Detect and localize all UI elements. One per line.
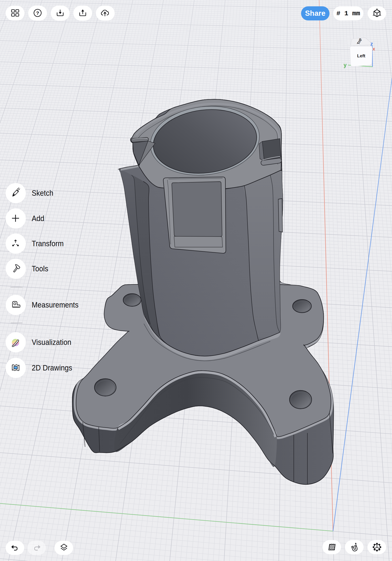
svg-text:z: z — [370, 41, 373, 47]
svg-text:x: x — [372, 46, 375, 52]
svg-text:?: ? — [36, 10, 39, 16]
svg-text:y: y — [344, 62, 347, 68]
svg-text:Left: Left — [357, 53, 366, 58]
